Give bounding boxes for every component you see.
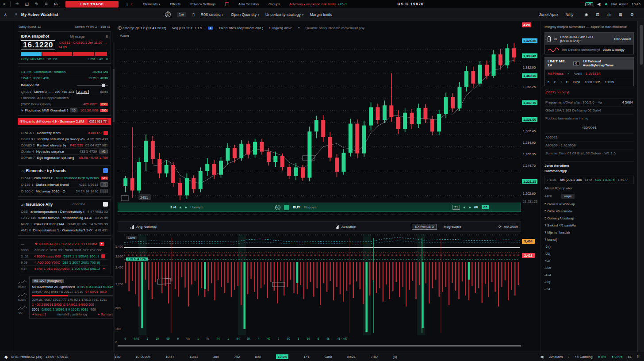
trend-pen-icon[interactable]: ∕: [131, 2, 132, 6]
list-item[interactable]: -025: [544, 265, 634, 271]
list-row[interactable]: 6000699 80 0.1038 991 5090 0091 027.702 …: [21, 247, 108, 253]
form-row[interactable]: Foul.us fammateurm immig: [544, 114, 634, 122]
list-item[interactable]: 7 Mjenio- forsdair: [544, 230, 634, 235]
strategy-info-row[interactable]: 7 1101Ath (201.1 3B6EPMG01 1 8-41 b1 597…: [544, 176, 634, 184]
watchlist-grid-icon[interactable]: ⌗: [11, 12, 21, 17]
list-row[interactable]: 12.17 11052mo tax/vpd · britpchwinlog 44…: [21, 215, 108, 221]
list-row[interactable]: N068 12047/8012033 O44 1D345 01.05 · 14.…: [21, 221, 108, 227]
pair-value[interactable]: vape: [561, 194, 574, 199]
daily-quota-label[interactable]: Daily quota 12: [19, 25, 41, 29]
list-row[interactable]: O(4)85 2Ranked elevate 9yP45 53505 04 02…: [21, 142, 108, 148]
margin-selector[interactable]: Margin limits: [310, 12, 332, 17]
white-checkbox[interactable]: [103, 202, 108, 207]
risk-alert-banner[interactable]: 9% panic drill down 4.9 · Summary 2.8M 0…: [18, 118, 111, 125]
indicator-header-item[interactable]: Mograware: [444, 225, 461, 229]
balance-slider[interactable]: [77, 85, 108, 86]
symbol-title[interactable]: Ⓔ emerge gti 1.0 (91.41 2017): [118, 26, 166, 31]
news-card[interactable]: MS 1007 (Hologram) MYB-Mermaid 2o Lights…: [29, 277, 115, 319]
list-row[interactable]: O NBA 1Recovery team0.0411/9: [21, 130, 108, 136]
form-row[interactable]: Prepayment/Oval after. 300/2.6—4a4 5084: [544, 98, 634, 106]
list-row[interactable]: G0Pub 7Ego ingression opt-long05.08 · 0.…: [21, 154, 108, 161]
grid-icon[interactable]: ⠿: [637, 355, 640, 359]
live-trade-button[interactable]: LIVE TRADE: [65, 1, 119, 8]
tab-advanced[interactable]: Lil Tadeusd Aventiqtwsvg/Tame: [583, 59, 631, 67]
alerts-chip[interactable]: 4: [208, 27, 213, 30]
indicator-header-item[interactable]: Ang Notional: [130, 225, 157, 229]
menu-asia-session[interactable]: Asia Session: [238, 2, 259, 6]
session-selector[interactable]: R06 session ·: [201, 12, 225, 17]
list-item[interactable]: 7 Swkind 4/2 samWar: [544, 223, 634, 228]
price-axis[interactable]: 4.201,424.601,398.451,382.051,368.301,35…: [521, 21, 540, 229]
speaker-icon[interactable]: ◀): [597, 2, 601, 6]
list-row[interactable]: O393animtemperature / Demidestrictly tri…: [21, 208, 108, 215]
latency-chip[interactable]: ≈5: [585, 2, 593, 6]
list-row[interactable]: TWAP, 20683 4501975 1.4888: [21, 75, 108, 81]
menu-groups[interactable]: Groups: [268, 2, 280, 6]
toolbar-icon-group: ✛◫✎≣ıA: [12, 2, 61, 6]
quantity-selector[interactable]: Open Quantity ▾: [231, 12, 259, 17]
link-nifty[interactable]: Nifty: [565, 12, 573, 17]
chevron-down-icon[interactable]: ▾: [298, 26, 300, 30]
ambient-label[interactable]: Ambians: [549, 355, 563, 359]
list-item[interactable]: 7 boswi{: [544, 237, 634, 242]
list-row[interactable]: (2022 Perversions)455 0021899: [21, 101, 108, 107]
list-row[interactable]: O 366 6Mid away 2010 · O34 24 98 3496⬚: [21, 188, 108, 194]
list-item[interactable]: 5 Oktie 40 anmotw: [544, 208, 634, 214]
strategy-selector[interactable]: Uncertainty strategy ▾: [265, 12, 303, 17]
list-row[interactable]: AM1 6Dimensionless 1 · Gammadella/3 1-00…: [21, 227, 108, 233]
form-row[interactable]: G6e0 10A/1 103 Defrtamp 02 Datyf: [544, 106, 634, 114]
menu-elements[interactable]: Elements ▾: [143, 2, 160, 6]
list-item[interactable]: +02: [544, 258, 634, 264]
time-axis[interactable]: 18010:00 AM10:4711:4138074280010:041+1Ca…: [115, 354, 524, 359]
watchlist-name[interactable]: My Active Watchlist: [21, 12, 58, 17]
menu-privacy[interactable]: Privacy Settings: [190, 2, 215, 6]
broker-row-secondary[interactable]: inn Deband stereowttily! Atlas & litotgy: [545, 45, 633, 54]
list-row[interactable]: Oblain 4Hytrades surprise433 5 4759M3: [21, 148, 108, 154]
speaker-icon[interactable]: ◀): [540, 355, 544, 359]
form-row[interactable]: A90909 · 1 A10009: [544, 141, 634, 149]
list-row[interactable]: Q4021Saved 3 ...... 789 758 123A 1-49589…: [21, 88, 108, 95]
collapse-icon[interactable]: «: [0, 2, 8, 6]
list-item[interactable]: 5 Outweg A bodwap: [544, 215, 634, 221]
list-item[interactable]: -02|: [544, 279, 634, 285]
blue-checkbox[interactable]: [103, 168, 108, 173]
list-row[interactable]: O 139 1Stakes interval brand4233 3/9618⬚: [21, 181, 108, 188]
candlestick-chart[interactable]: 2451: [118, 40, 521, 203]
corner-label[interactable]: E: [106, 35, 108, 38]
list-row[interactable]: Forecast 34,002 approximates: [21, 95, 108, 101]
timeframe-pill[interactable]: 1m: [177, 12, 186, 17]
list-row[interactable]: —❖ 1000a AG(18, 99/9V 7 2.1 9 11.00mA▾: [21, 241, 108, 247]
indicator-header-item[interactable]: ⟳A/A 2009: [498, 225, 518, 229]
link-apex[interactable]: Junel Apex: [539, 12, 558, 17]
list-row[interactable]: G13 MContinuous Rotation30264 /24: [21, 69, 108, 75]
list-item[interactable]: 5 Ovwest w Wide-ap: [544, 201, 634, 207]
list-item[interactable]: -424: [544, 272, 634, 278]
list-item[interactable]: -02{: [544, 251, 634, 257]
list-row[interactable]: 3..514 9600 mass 00915997 1 1 100A0 100.…: [21, 253, 108, 259]
menu-effects[interactable]: Effects: [170, 2, 180, 6]
position-status-bar[interactable]: 3 /4 Uanny's Ⓥ BUY Flappys 21 60 05: [118, 203, 521, 212]
avg-label[interactable]: Seven Yr AVG · 15d ⊟: [75, 25, 110, 29]
indicator-header-item[interactable]: Available: [336, 225, 356, 229]
list-item[interactable]: -.04: [544, 286, 634, 292]
tab-limit[interactable]: LIMIT ME 24: [548, 59, 570, 67]
form-row[interactable]: Summarfheal 01.03 Bret, 03 Deteer · W1 1…: [544, 149, 634, 157]
indicator-header-item[interactable]: EXPANDED: [412, 224, 437, 230]
form-row[interactable]: A03023: [544, 133, 634, 141]
account-name[interactable]: NVL Asset: [611, 2, 628, 6]
right-scrollbar[interactable]: [637, 21, 644, 352]
list-row[interactable]: 9.094 A60 500 Y00C599 5 3007 2001 700-9|: [21, 259, 108, 265]
allocation-segment: [95, 52, 107, 56]
mode-label[interactable]: +4 Calming: [575, 355, 593, 359]
list-row[interactable]: Gains 9 2Identity assumed pa sweep-6x94 …: [21, 136, 108, 142]
text-segment: M3: [99, 150, 108, 154]
list-row[interactable]: R1!!4 r/W 1 063 5020 06951 709 0902 098.…: [21, 265, 108, 272]
list-item[interactable]: -6 (): [544, 244, 634, 250]
alert-checkbox-icon[interactable]: [225, 2, 229, 6]
chevron-up-icon[interactable]: ∧: [0, 12, 11, 17]
timeframe-label[interactable]: 1 Hyperg wave: [269, 26, 292, 30]
volume-indicator-chart[interactable]: [124, 234, 520, 335]
list-row[interactable]: O 6143 12am mass 01911033 founded best s…: [21, 175, 108, 181]
list-row[interactable]: ↳ Fluctuated MMI Greenbelt 1210101.50.00…: [21, 107, 108, 113]
broker-row-primary[interactable]: ⊘ Rand 4064 / 4th GXT (0910.0123)? Ullno…: [545, 33, 633, 45]
